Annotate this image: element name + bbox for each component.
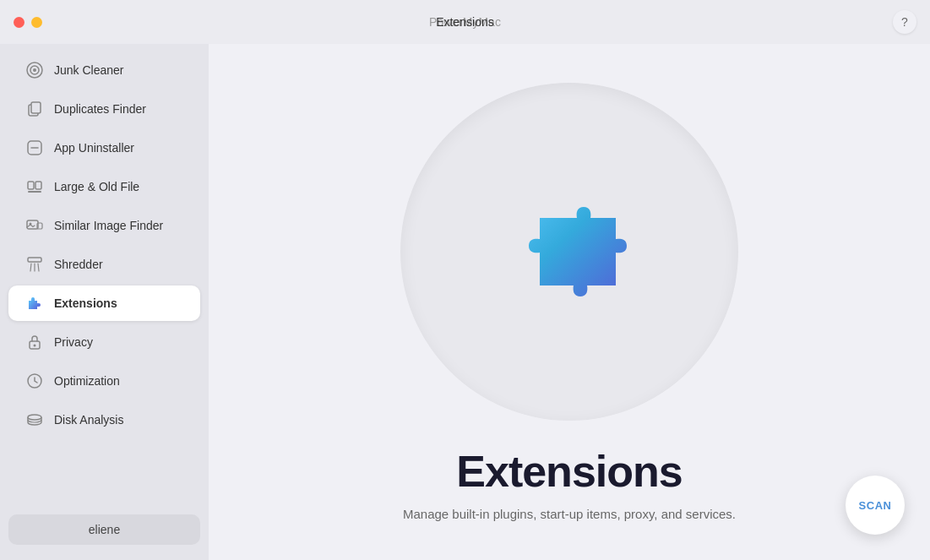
help-button[interactable]: ? (893, 10, 916, 34)
user-profile-name: eliene (89, 523, 120, 536)
similar-image-finder-icon (25, 216, 44, 235)
hero-circle (400, 83, 738, 421)
sidebar-item-similar-image-finder[interactable]: Similar Image Finder (8, 208, 200, 243)
sidebar-item-app-uninstaller-label: App Uninstaller (54, 141, 134, 155)
sidebar-item-disk-analysis[interactable]: Disk Analysis (8, 402, 200, 438)
svg-point-20 (28, 415, 41, 420)
sidebar-item-optimization-label: Optimization (54, 374, 120, 388)
sidebar-item-duplicates-finder-label: Duplicates Finder (54, 102, 146, 116)
svg-rect-10 (27, 220, 38, 229)
svg-rect-4 (31, 102, 41, 113)
content-area: Extensions Manage built-in plugins, star… (209, 44, 930, 560)
privacy-icon (25, 333, 44, 351)
sidebar-item-privacy[interactable]: Privacy (8, 324, 200, 360)
sidebar-item-large-old-file-label: Large & Old File (54, 180, 139, 193)
disk-analysis-icon (25, 410, 44, 429)
sidebar-item-privacy-label: Privacy (54, 335, 93, 349)
svg-point-18 (34, 345, 36, 347)
sidebar-item-extensions[interactable]: Extensions (8, 285, 200, 321)
sidebar-item-junk-cleaner[interactable]: Junk Cleaner (8, 52, 200, 88)
svg-line-14 (30, 264, 31, 271)
header-title: Extensions (436, 15, 493, 29)
sidebar-item-optimization[interactable]: Optimization (8, 363, 200, 399)
main-layout: Junk Cleaner Duplicates Finder App Unins… (0, 44, 930, 560)
sidebar-item-disk-analysis-label: Disk Analysis (54, 413, 123, 427)
optimization-icon (25, 372, 44, 390)
sidebar-item-shredder-label: Shredder (54, 258, 103, 271)
sidebar-item-app-uninstaller[interactable]: App Uninstaller (8, 130, 200, 166)
puzzle-hero-icon (493, 176, 645, 328)
sidebar-item-junk-cleaner-label: Junk Cleaner (54, 63, 124, 77)
traffic-lights (14, 17, 42, 28)
content-subtitle: Manage built-in plugins, start-up items,… (403, 507, 736, 521)
content-title: Extensions (456, 446, 682, 497)
svg-rect-13 (28, 258, 41, 262)
large-old-file-icon (25, 177, 44, 196)
user-profile[interactable]: eliene (8, 514, 200, 545)
sidebar-item-extensions-label: Extensions (54, 296, 117, 310)
extensions-icon (25, 294, 44, 313)
svg-rect-9 (28, 191, 41, 193)
sidebar-item-duplicates-finder[interactable]: Duplicates Finder (8, 91, 200, 127)
svg-point-2 (33, 68, 36, 72)
sidebar: Junk Cleaner Duplicates Finder App Unins… (0, 44, 209, 560)
junk-cleaner-icon (25, 61, 44, 79)
svg-rect-7 (28, 182, 34, 189)
duplicates-finder-icon (25, 100, 44, 118)
title-bar: PowerMyMac Extensions ? (0, 0, 930, 44)
sidebar-item-similar-image-finder-label: Similar Image Finder (54, 219, 163, 232)
scan-button[interactable]: SCAN (846, 476, 905, 535)
shredder-icon (25, 255, 44, 274)
app-uninstaller-icon (25, 139, 44, 157)
minimize-button[interactable] (31, 17, 42, 28)
svg-line-16 (38, 264, 39, 271)
svg-rect-8 (35, 182, 41, 189)
sidebar-item-large-old-file[interactable]: Large & Old File (8, 169, 200, 204)
sidebar-item-shredder[interactable]: Shredder (8, 247, 200, 282)
close-button[interactable] (14, 17, 24, 28)
